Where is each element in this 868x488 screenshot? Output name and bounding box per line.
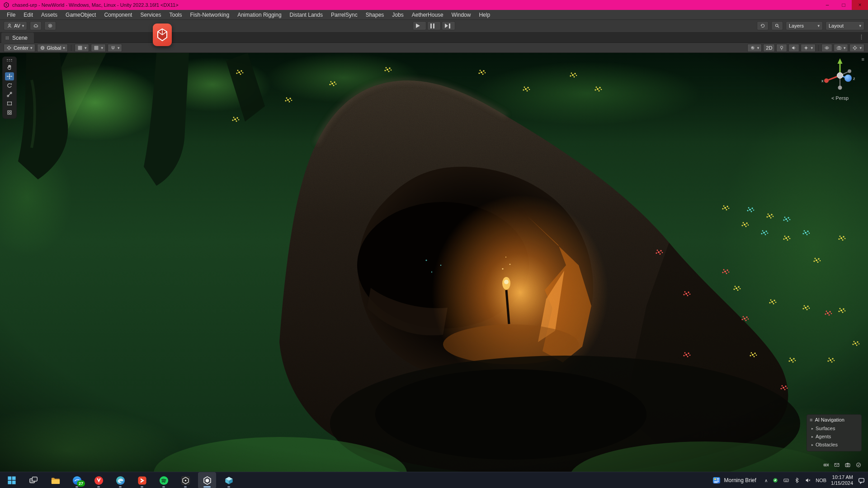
- menu-shapes[interactable]: Shapes: [362, 10, 388, 20]
- gizmo-center[interactable]: [837, 73, 843, 79]
- pause-button[interactable]: [427, 21, 441, 30]
- menu-tools[interactable]: Tools: [165, 10, 186, 20]
- shading-mode-dropdown[interactable]: ▾: [747, 44, 762, 52]
- neg-x-handle[interactable]: [848, 70, 851, 73]
- overlay-camera-icon[interactable]: [844, 462, 851, 468]
- overlay-check-icon[interactable]: [855, 462, 862, 468]
- overlay-icon-row: [823, 462, 862, 468]
- x-axis-handle[interactable]: [824, 79, 829, 83]
- neg-y-handle[interactable]: [838, 86, 842, 90]
- kite-button[interactable]: [133, 472, 151, 488]
- maximize-button[interactable]: □: [835, 0, 852, 10]
- move-tool[interactable]: [5, 72, 14, 80]
- lighting-toggle-button[interactable]: [776, 44, 787, 52]
- window-titlebar[interactable]: chased-urp - NewWorld - Windows, Mac, Li…: [0, 0, 868, 10]
- menu-edit[interactable]: Edit: [19, 10, 37, 20]
- task-view-button[interactable]: [24, 472, 42, 488]
- layout-dropdown[interactable]: Layout ▾: [826, 21, 864, 30]
- tray-bluetooth-icon[interactable]: [794, 477, 800, 483]
- grid-snapping-dropdown[interactable]: ▾: [75, 44, 90, 52]
- widgets-button[interactable]: Morning Brief: [708, 474, 760, 486]
- vivaldi-button[interactable]: [90, 472, 108, 488]
- keyboard-language-label[interactable]: NOB: [816, 478, 826, 483]
- edge-button[interactable]: [111, 472, 129, 488]
- notification-center-icon[interactable]: [858, 477, 865, 484]
- search-icon: [774, 23, 780, 28]
- rotate-tool[interactable]: [5, 81, 14, 89]
- projection-label[interactable]: < Persp: [819, 95, 861, 101]
- unity-editor-button[interactable]: [198, 472, 216, 488]
- pivot-label: Center: [14, 45, 28, 51]
- toggle-2d-button[interactable]: 2D: [763, 44, 775, 52]
- effects-dropdown[interactable]: ▾: [801, 44, 816, 52]
- y-axis-cone[interactable]: [838, 58, 843, 64]
- services-button[interactable]: [44, 21, 56, 30]
- main-toolbar: AV ▾ Layers ▾ Layout ▾: [0, 20, 868, 33]
- overlay-menu-icon[interactable]: ≡: [862, 56, 864, 62]
- z-axis-handle[interactable]: [844, 75, 852, 82]
- drag-handle-icon[interactable]: [6, 59, 13, 61]
- menu-gameobject[interactable]: GameObject: [61, 10, 100, 20]
- menu-window[interactable]: Window: [448, 10, 475, 20]
- volume-muted-icon[interactable]: [805, 477, 811, 483]
- start-button[interactable]: [3, 472, 21, 488]
- undo-history-button[interactable]: [757, 21, 769, 30]
- scale-tool[interactable]: [5, 90, 14, 99]
- menu-services[interactable]: Services: [136, 10, 165, 20]
- tab-menu-icon[interactable]: ⋮: [859, 33, 864, 40]
- transform-tool[interactable]: [5, 108, 14, 117]
- scene-visibility-button[interactable]: [821, 44, 832, 52]
- grid-visibility-dropdown[interactable]: ▾: [91, 44, 106, 52]
- hamburger-icon[interactable]: ≡: [810, 417, 812, 422]
- ai-navigation-panel[interactable]: ≡ AI Navigation ▸ Surfaces ▸ Agents ▸ Ob…: [807, 414, 862, 451]
- tools-overlay[interactable]: [2, 56, 17, 119]
- time-label: 10:17 AM: [831, 474, 853, 480]
- tray-keyboard-icon[interactable]: [783, 477, 789, 483]
- snap-settings-dropdown[interactable]: ▾: [108, 44, 123, 52]
- rect-tool[interactable]: [5, 99, 14, 108]
- step-button[interactable]: [442, 21, 455, 30]
- unity-hub-button[interactable]: [176, 472, 194, 488]
- ai-nav-obstacles[interactable]: ▸ Obstacles: [810, 441, 859, 449]
- audio-toggle-button[interactable]: [788, 44, 799, 52]
- menu-fish-networking[interactable]: Fish-Networking: [186, 10, 233, 20]
- close-button[interactable]: ×: [852, 0, 868, 10]
- gizmos-dropdown[interactable]: ▾: [849, 44, 864, 52]
- ai-nav-surfaces[interactable]: ▸ Surfaces: [810, 424, 859, 432]
- menu-animation-rigging[interactable]: Animation Rigging: [233, 10, 285, 20]
- layers-dropdown[interactable]: Layers ▾: [786, 21, 823, 30]
- menu-aetherhouse[interactable]: AetherHouse: [408, 10, 448, 20]
- minimize-button[interactable]: –: [819, 0, 835, 10]
- account-dropdown[interactable]: AV ▾: [4, 21, 27, 30]
- cloud-button[interactable]: [30, 21, 42, 30]
- pivot-dropdown[interactable]: Center ▾: [4, 44, 35, 52]
- play-button[interactable]: [413, 21, 426, 30]
- search-button[interactable]: [771, 21, 783, 30]
- cube-app-button[interactable]: [220, 472, 238, 488]
- menu-assets[interactable]: Assets: [37, 10, 61, 20]
- menu-jobs[interactable]: Jobs: [388, 10, 407, 20]
- menu-distant-lands[interactable]: Distant Lands: [286, 10, 327, 20]
- tab-scene[interactable]: Scene: [1, 33, 34, 43]
- tray-green-app-icon[interactable]: [772, 477, 778, 483]
- browser-button-with-badge[interactable]: 27: [68, 472, 86, 488]
- menu-parrelsync[interactable]: ParrelSync: [327, 10, 362, 20]
- menu-help[interactable]: Help: [475, 10, 494, 20]
- scene-orientation-gizmo[interactable]: x z: [819, 55, 861, 96]
- camera-settings-dropdown[interactable]: ▾: [834, 44, 849, 52]
- tray-chevron-up-icon[interactable]: ∧: [764, 478, 768, 483]
- cloud-icon: [33, 23, 38, 28]
- overlay-projector-icon[interactable]: [823, 462, 829, 468]
- menu-component[interactable]: Component: [100, 10, 136, 20]
- overlay-mail-icon[interactable]: [834, 462, 840, 468]
- menu-file[interactable]: File: [3, 10, 19, 20]
- orientation-dropdown[interactable]: Global ▾: [37, 44, 68, 52]
- clock[interactable]: 10:17 AM 1/15/2024: [831, 474, 853, 486]
- floating-app-icon[interactable]: [153, 23, 172, 46]
- date-label: 1/15/2024: [831, 480, 853, 486]
- file-explorer-button[interactable]: [46, 472, 64, 488]
- view-hand-tool[interactable]: [5, 63, 14, 71]
- scene-viewport[interactable]: ≡ x z < Persp ≡ AI Navigation ▸ Surfaces…: [0, 53, 868, 472]
- spotify-button[interactable]: [155, 472, 173, 488]
- ai-nav-agents[interactable]: ▸ Agents: [810, 432, 859, 441]
